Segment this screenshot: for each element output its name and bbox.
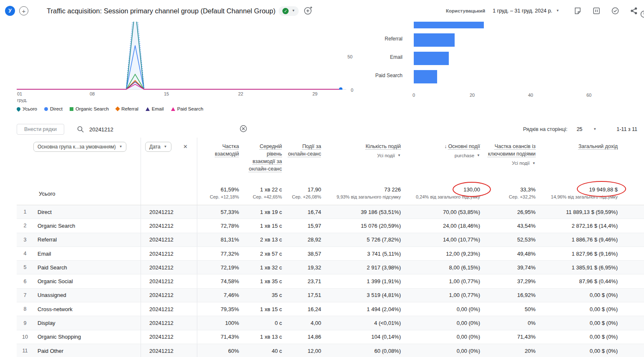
metric-value: 43,54% [485, 223, 541, 229]
remove-dimension-icon[interactable]: ✕ [183, 142, 188, 152]
insights-icon[interactable] [303, 5, 314, 17]
bar[interactable] [414, 22, 484, 28]
check-circle-icon[interactable] [611, 7, 619, 15]
column-header-events-per-session[interactable]: Події за онлайн-сеанс [288, 143, 321, 157]
plot-rows-button[interactable]: Внести рядки [17, 124, 64, 135]
date-value: 20241212 [141, 344, 197, 357]
notes-icon[interactable] [574, 7, 582, 15]
triangle-marker-icon [146, 107, 150, 111]
column-header-total-revenue[interactable]: Загальний дохід [579, 143, 618, 149]
event-filter-dropdown[interactable]: Усі події▼ [326, 152, 401, 159]
metric-value: 1 385,91 $ (6,95%) [541, 264, 644, 271]
clock-icon-partial[interactable] [640, 10, 644, 18]
row-number: 7 [17, 292, 33, 298]
series-line [17, 22, 341, 89]
bar-chart-plot [414, 22, 639, 89]
metric-value: 15 076 (20,59%) [326, 223, 406, 229]
bar[interactable] [414, 52, 449, 65]
chevron-down-icon: ▼ [119, 145, 122, 148]
metric-value: 0% [485, 320, 541, 326]
line-chart[interactable] [17, 22, 346, 90]
column-header-session-key-event-rate[interactable]: Частка сеансів із ключовими подіями [488, 143, 536, 157]
metric-value: 72,19% [197, 264, 244, 271]
circle-marker-icon [44, 107, 48, 111]
column-header-key-events[interactable]: Основні події [448, 143, 480, 149]
series-line [17, 74, 341, 89]
table-row: 2Organic Search2024121272,78%1 хв 15 с15… [17, 219, 644, 233]
share-icon[interactable] [630, 7, 638, 15]
sort-desc-icon: ↓ [444, 143, 447, 150]
legend-item[interactable]: Referral [116, 106, 138, 111]
table-row: 10Organic Shopping2024121271,43%1 хв 13 … [17, 330, 644, 344]
bar-category-label: Referral [347, 36, 402, 42]
date-range-selector[interactable]: 1 груд. – 31 груд. 2024 р. ▼ [490, 8, 562, 14]
bar[interactable] [414, 33, 455, 47]
event-filter-dropdown[interactable]: Усі події▼ [485, 160, 536, 167]
legend-item[interactable]: Organic Search [70, 106, 109, 111]
metric-value: 14,00 (10,77%) [406, 236, 485, 243]
bar-category-label: Email [347, 54, 402, 60]
report-status-badge[interactable]: ✓ ▼ [279, 6, 299, 16]
metric-value: 0,00 $ (0%) [541, 292, 644, 298]
search-input[interactable] [88, 126, 239, 133]
metric-value: 77,32% [197, 251, 244, 257]
bar[interactable] [414, 70, 437, 83]
column-header-event-count[interactable]: Кількість подій [365, 143, 401, 149]
metric-value: 3 741 (5,11%) [326, 251, 406, 257]
table-row: 5Paid Search2024121272,19%1 хв 32 с19,32… [17, 261, 644, 274]
legend-item[interactable]: Усього [17, 106, 37, 111]
legend-item[interactable]: Direct [44, 106, 63, 111]
metric-value: 4 (<0,01%) [326, 320, 406, 326]
series-line [17, 82, 341, 89]
top-bar-right: Користувацький 1 груд. – 31 груд. 2024 р… [446, 7, 638, 15]
metric-value: 16,74 [287, 209, 326, 215]
x-axis-tick: 08 [90, 91, 95, 97]
bar-x-tick: 0 [413, 93, 415, 98]
metric-value: 2 917 (3,98%) [326, 264, 406, 271]
legend-item[interactable]: Email [146, 106, 164, 111]
chevron-down-icon: ▼ [532, 162, 536, 165]
channel-name: Email [33, 251, 141, 257]
column-header-engagement-rate[interactable]: Частка взаємодій [215, 143, 239, 157]
clear-search-icon[interactable] [239, 125, 247, 134]
channel-name: Referral [33, 236, 141, 243]
metric-value: 72,78% [197, 223, 244, 229]
table-row: 11Paid Other2024121260%40 с12,0060 (0,08… [17, 344, 644, 357]
comparison-icon[interactable] [592, 7, 601, 15]
metric-value: 87,96 $ (0,44%) [541, 278, 644, 284]
date-value: 20241212 [141, 205, 197, 219]
row-number: 5 [17, 264, 33, 270]
report-title: Traffic acquisition: Session primary cha… [47, 7, 275, 15]
metric-value: 1,00 (0,77%) [406, 278, 485, 284]
channel-name: Organic Shopping [33, 334, 141, 340]
metric-value: 12,00 (9,23%) [406, 251, 485, 257]
primary-dimension-dropdown[interactable]: Основна група к...за умовчанням) ▼ [33, 142, 126, 152]
date-value: 20241212 [141, 261, 197, 274]
chevron-down-icon: ▼ [593, 128, 596, 131]
bar-category-label: Paid Search [347, 73, 402, 78]
table-row: 6Organic Social2024121274,58%1 хв 35 с23… [17, 274, 644, 288]
metric-value: 0,00 (0%) [406, 320, 485, 326]
rows-per-page-select[interactable]: 25 ▼ [574, 126, 599, 133]
date-value: 20241212 [141, 289, 197, 302]
metric-value: 0,00 (0%) [406, 334, 485, 340]
metric-value: 2 хв 57 с [244, 251, 287, 257]
channel-name: Cross-network [33, 306, 141, 312]
rows-per-page-label: Рядків на сторінці: [523, 126, 568, 132]
bar-x-tick: 60 [586, 93, 591, 98]
metric-value: 14,86 [287, 334, 326, 340]
add-comparison-icon[interactable]: + [19, 6, 28, 15]
row-number: 1 [17, 209, 33, 215]
pagination-controls: Рядків на сторінці: 25 ▼ 1-11 з 11 [523, 126, 637, 133]
secondary-dimension-dropdown[interactable]: Дата ▼ [145, 142, 171, 152]
legend-item[interactable]: Paid Search [171, 106, 204, 111]
date-value: 20241212 [141, 247, 197, 260]
chart-legend: УсьогоDirectOrganic SearchReferralEmailP… [17, 106, 203, 111]
row-number: 4 [17, 251, 33, 256]
key-event-filter-dropdown[interactable]: purchase▼ [406, 152, 480, 159]
column-header-avg-engagement[interactable]: Середній рівень взаємодії за онлайн-сеан… [249, 143, 282, 172]
metric-value: 104 (0,14%) [326, 334, 406, 340]
analytics-avatar[interactable]: У [5, 6, 15, 16]
table-row: 9Display20241212100%0 с4,004 (<0,01%)0,0… [17, 316, 644, 330]
row-number: 6 [17, 279, 33, 284]
